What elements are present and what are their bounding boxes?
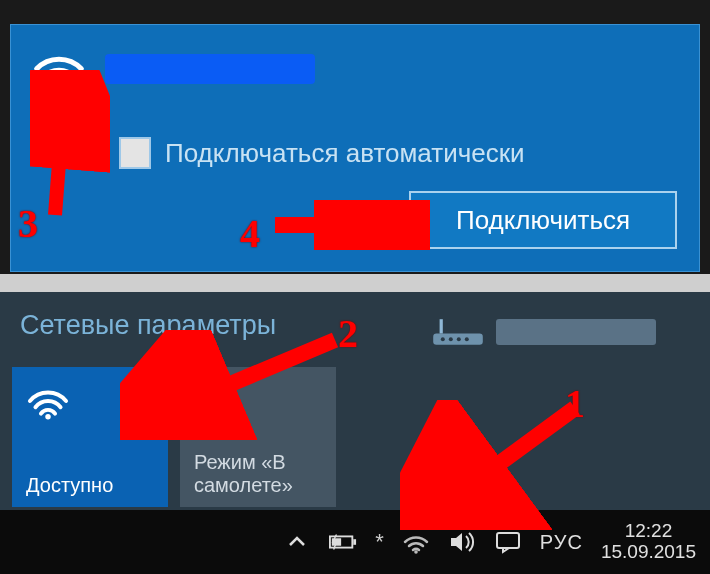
connect-button-label: Подключиться: [456, 205, 630, 236]
airplane-tile-label: Режим «В самолете»: [194, 451, 322, 497]
language-indicator[interactable]: РУС: [540, 531, 583, 554]
network-flyout-top: Подключаться автоматически Подключиться: [10, 24, 700, 272]
svg-rect-12: [497, 533, 519, 548]
annotation-number-2: 2: [338, 310, 358, 357]
tray-chevron-icon[interactable]: [283, 530, 311, 554]
svg-point-11: [414, 550, 418, 554]
taskbar: * РУС 12:22 15.09.2015: [0, 510, 710, 574]
wifi-tile[interactable]: Доступно: [12, 367, 168, 507]
clock-date: 15.09.2015: [601, 542, 696, 563]
volume-icon[interactable]: [448, 530, 476, 554]
clock[interactable]: 12:22 15.09.2015: [601, 521, 696, 563]
wifi-icon: [26, 381, 154, 425]
router-status: [430, 316, 656, 348]
selected-network-row[interactable]: [31, 43, 315, 95]
panel-divider: [0, 274, 710, 292]
airplane-mode-tile[interactable]: Режим «В самолете»: [180, 367, 336, 507]
network-settings-link[interactable]: Сетевые параметры: [20, 310, 276, 341]
network-name-redacted: [105, 54, 315, 84]
auto-connect-row: Подключаться автоматически: [119, 137, 525, 169]
clock-time: 12:22: [601, 521, 696, 542]
airplane-icon: [194, 381, 322, 425]
router-name-redacted: [496, 319, 656, 345]
wifi-tile-label: Доступно: [26, 474, 154, 497]
svg-rect-9: [354, 539, 357, 545]
star-icon: *: [375, 529, 384, 555]
wifi-icon: [31, 43, 87, 95]
auto-connect-label: Подключаться автоматически: [165, 138, 525, 169]
network-tray-icon[interactable]: [402, 530, 430, 554]
svg-point-7: [45, 414, 51, 420]
svg-point-0: [56, 84, 63, 91]
battery-icon[interactable]: [329, 530, 357, 554]
router-icon: [430, 316, 486, 348]
svg-point-5: [457, 337, 461, 341]
auto-connect-checkbox[interactable]: [119, 137, 151, 169]
annotation-number-4: 4: [240, 210, 260, 257]
annotation-number-3: 3: [18, 200, 38, 247]
svg-point-6: [465, 337, 469, 341]
annotation-number-1: 1: [565, 380, 585, 427]
svg-point-4: [449, 337, 453, 341]
action-center-icon[interactable]: [494, 530, 522, 554]
connect-button[interactable]: Подключиться: [409, 191, 677, 249]
svg-point-3: [441, 337, 445, 341]
